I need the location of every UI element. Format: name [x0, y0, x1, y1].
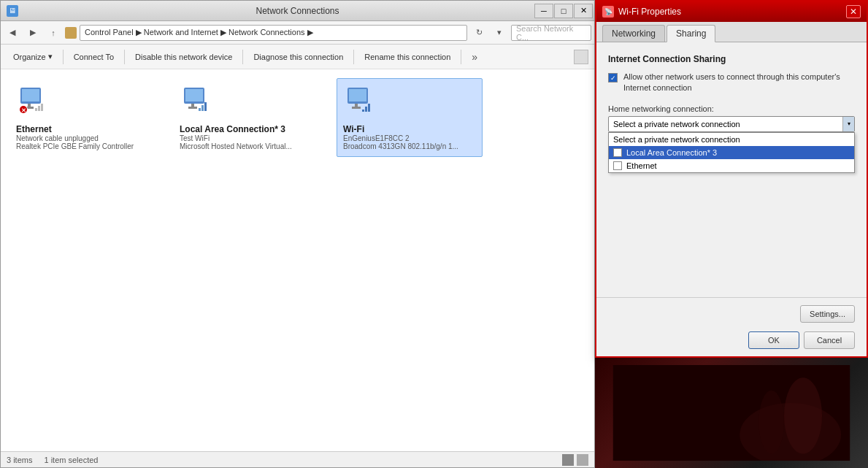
dropdown-option-2[interactable]: Ethernet [609, 159, 854, 172]
toolbar-separator-1 [63, 50, 64, 64]
ethernet-icon-container: ✕ [16, 85, 51, 120]
local-area-connection-item[interactable]: Local Area Connection* 3 Test WiFi Micro… [173, 78, 319, 157]
wifi-detail2: Broadcom 4313GN 802.11b/g/n 1... [343, 142, 458, 150]
svg-point-27 [758, 391, 784, 454]
back-button[interactable]: ◀ [4, 25, 21, 41]
ethernet-icon: ✕ [16, 85, 48, 117]
ethernet-detail1: Network cable unplugged [16, 134, 99, 142]
view-options-button[interactable] [574, 50, 588, 64]
dropdown-list: Select a private network connection Loca… [608, 132, 855, 173]
small-icons-button[interactable] [577, 454, 588, 466]
ok-cancel-row: OK Cancel [608, 331, 855, 349]
up-button[interactable]: ↑ [45, 25, 62, 41]
svg-text:✕: ✕ [21, 107, 26, 114]
cancel-button[interactable]: Cancel [804, 331, 855, 349]
ethernet-detail2: Realtek PCIe GBE Family Controller [16, 142, 134, 150]
network-dropdown-container: Select a private network connection ▾ Se… [608, 116, 855, 132]
view-icons [562, 454, 588, 466]
background-area [595, 358, 868, 468]
wifi-detail1: EnGeniusE1F8CC 2 [343, 134, 410, 142]
toolbar-separator-5 [461, 50, 461, 64]
connect-to-button[interactable]: Connect To [67, 47, 120, 66]
settings-row: Settings... [608, 305, 855, 323]
search-box[interactable]: Search Network C... [511, 25, 591, 41]
dialog-close-button[interactable]: ✕ [846, 5, 861, 18]
svg-rect-14 [199, 108, 201, 111]
ethernet-name: Ethernet [16, 124, 52, 134]
selected-count: 1 item selected [44, 456, 98, 464]
wifi-dialog: 📡 Wi-Fi Properties ✕ Networking Sharing … [595, 0, 868, 358]
allow-sharing-checkbox[interactable]: ✓ [608, 73, 618, 83]
dropdown-option-label-0: Select a private network connection [613, 135, 740, 144]
wifi-icon-container [343, 85, 378, 120]
address-path[interactable]: Control Panel ▶ Network and Internet ▶ N… [80, 25, 467, 41]
ethernet-item[interactable]: ✕ Ethernet Network cable unplugged Realt… [9, 78, 155, 157]
organize-button[interactable]: Organize ▾ [7, 47, 59, 66]
svg-rect-23 [368, 104, 370, 112]
network-dropdown[interactable]: Select a private network connection ▾ [608, 116, 855, 132]
maximize-button[interactable]: □ [554, 4, 573, 18]
svg-rect-19 [355, 104, 358, 107]
toolbar-separator-4 [353, 50, 354, 64]
toolbar-separator-2 [124, 50, 125, 64]
tab-sharing[interactable]: Sharing [667, 25, 715, 42]
path-text: Control Panel ▶ Network and Internet ▶ N… [85, 28, 313, 37]
forward-button[interactable]: ▶ [24, 25, 42, 41]
toolbar: Organize ▾ Connect To Disable this netwo… [1, 45, 594, 69]
dropdown-option-label-1: Local Area Connection* 3 [626, 148, 717, 157]
close-button[interactable]: ✕ [574, 4, 593, 18]
allow-sharing-row: ✓ Allow other network users to connect t… [608, 72, 855, 94]
svg-rect-9 [41, 104, 43, 111]
local-area-detail2: Microsoft Hosted Network Virtual... [180, 142, 292, 150]
svg-rect-21 [362, 110, 364, 112]
wifi-name: Wi-Fi [343, 124, 364, 134]
dropdown-arrow-icon: ▾ [842, 117, 854, 131]
section-title: Internet Connection Sharing [608, 54, 855, 64]
disable-network-button[interactable]: Disable this network device [128, 47, 239, 66]
svg-point-26 [784, 377, 822, 453]
large-icons-button[interactable] [562, 454, 574, 466]
refresh-button[interactable]: ↻ [470, 25, 488, 41]
dropdown-option-0[interactable]: Select a private network connection [609, 133, 854, 146]
svg-rect-20 [352, 107, 361, 109]
dialog-title: Wi-Fi Properties [618, 7, 681, 17]
network-content-area: ✕ Ethernet Network cable unplugged Realt… [1, 69, 594, 451]
svg-rect-16 [204, 102, 207, 111]
main-title-bar: 🖥 Network Connections ─ □ ✕ [1, 1, 594, 21]
svg-rect-22 [365, 107, 367, 112]
option-checkbox-1 [613, 148, 622, 157]
wifi-item[interactable]: Wi-Fi EnGeniusE1F8CC 2 Broadcom 4313GN 8… [337, 78, 483, 157]
status-bar: 3 items 1 item selected [1, 451, 594, 467]
svg-rect-2 [28, 104, 31, 107]
local-area-icon-container [180, 85, 215, 120]
svg-rect-12 [191, 104, 194, 107]
settings-button[interactable]: Settings... [800, 305, 855, 323]
diagnose-button[interactable]: Diagnose this connection [247, 47, 350, 66]
folder-icon [65, 27, 77, 39]
dropdown-option-1[interactable]: Local Area Connection* 3 [609, 146, 854, 159]
local-area-name: Local Area Connection* 3 [180, 124, 285, 134]
wifi-icon [343, 85, 375, 117]
tab-networking[interactable]: Networking [602, 25, 665, 42]
item-count: 3 items [7, 456, 32, 464]
allow-sharing-label: Allow other network users to connect thr… [623, 72, 855, 94]
checkmark-icon: ✓ [610, 74, 616, 82]
local-area-detail1: Test WiFi [180, 134, 210, 142]
svg-rect-8 [38, 106, 40, 111]
minimize-button[interactable]: ─ [534, 4, 553, 18]
more-button[interactable]: » [465, 47, 484, 66]
svg-rect-15 [201, 105, 204, 111]
local-area-connection-icon [180, 85, 212, 117]
dialog-tabs: Networking Sharing [596, 22, 867, 42]
toolbar-separator-3 [242, 50, 243, 64]
dialog-content: Internet Connection Sharing ✓ Allow othe… [596, 42, 867, 297]
path-dropdown-button[interactable]: ▾ [491, 25, 508, 41]
ok-button[interactable]: OK [748, 331, 799, 349]
main-window-icon: 🖥 [7, 5, 18, 17]
dropdown-selected-value: Select a private network connection [613, 120, 740, 128]
rename-button[interactable]: Rename this connection [358, 47, 457, 66]
svg-rect-1 [22, 89, 39, 101]
dialog-title-bar: 📡 Wi-Fi Properties ✕ [596, 1, 867, 22]
main-window: 🖥 Network Connections ─ □ ✕ ◀ ▶ ↑ Contro… [0, 0, 595, 468]
background-image [595, 358, 868, 468]
